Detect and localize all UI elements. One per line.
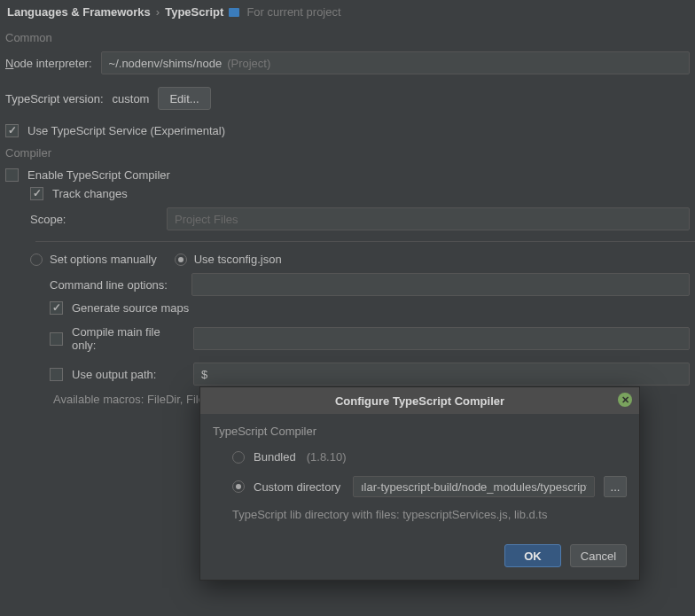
bundled-label: Bundled [254, 450, 296, 464]
options-tsconfig-label: Use tsconfig.json [194, 253, 282, 266]
use-ts-service-label: Use TypeScript Service (Experimental) [27, 124, 225, 137]
use-output-path-label: Use output path: [72, 368, 184, 381]
scope-label: Scope: [30, 213, 158, 226]
ts-version-value: custom [113, 92, 150, 105]
custom-dir-label: Custom directory [254, 480, 344, 494]
browse-button[interactable]: ... [604, 476, 627, 497]
compile-main-only-input[interactable] [193, 327, 690, 350]
options-tsconfig-radio[interactable] [175, 253, 187, 266]
dialog-titlebar[interactable]: Configure TypeScript Compiler ✕ [200, 387, 639, 414]
cmdline-input[interactable] [191, 273, 690, 296]
custom-dir-input[interactable] [353, 476, 595, 497]
edit-version-button[interactable]: Edit... [158, 87, 210, 110]
macros-note: Available macros: FileDir, FileRe [53, 393, 220, 406]
options-manual-radio[interactable] [30, 253, 43, 266]
enable-compiler-label: Enable TypeScript Compiler [27, 168, 170, 182]
cancel-button[interactable]: Cancel [570, 544, 627, 567]
section-compiler: Compiler [0, 141, 695, 163]
generate-sourcemaps-label: Generate source maps [72, 301, 189, 315]
section-common: Common [0, 26, 695, 48]
cmdline-label: Command line options: [50, 278, 183, 292]
scope-input[interactable] [167, 207, 690, 230]
close-icon[interactable]: ✕ [618, 393, 632, 407]
breadcrumb-section[interactable]: Languages & Frameworks [7, 5, 151, 19]
breadcrumb-scope-note: For current project [246, 5, 340, 19]
track-changes-label: Track changes [52, 187, 128, 200]
track-changes-checkbox[interactable] [30, 187, 43, 200]
bundled-version: (1.8.10) [307, 450, 347, 464]
divider [35, 241, 695, 242]
node-interpreter-label: Node interpreter: [5, 57, 92, 70]
bundled-radio[interactable] [232, 451, 245, 464]
enable-compiler-checkbox[interactable] [5, 168, 19, 182]
chevron-right-icon: › [156, 5, 160, 19]
node-interpreter-hint: (Project) [227, 57, 270, 70]
custom-dir-radio[interactable] [232, 480, 245, 493]
compile-main-only-checkbox[interactable] [50, 332, 63, 346]
ts-version-label: TypeScript version: [5, 92, 104, 105]
dialog-title: Configure TypeScript Compiler [335, 394, 504, 408]
node-interpreter-value: ~/.nodenv/shims/node [109, 57, 223, 70]
use-output-path-checkbox[interactable] [50, 368, 63, 381]
lib-directory-note: TypeScript lib directory with files: typ… [213, 501, 627, 521]
use-output-path-input[interactable] [193, 363, 690, 386]
configure-compiler-dialog: Configure TypeScript Compiler ✕ TypeScri… [199, 386, 640, 581]
options-manual-label: Set options manually [50, 253, 157, 266]
generate-sourcemaps-checkbox[interactable] [50, 301, 63, 315]
dialog-group-label: TypeScript Compiler [213, 425, 627, 438]
use-ts-service-checkbox[interactable] [5, 124, 19, 137]
project-icon [229, 8, 239, 17]
compile-main-only-label: Compile main file only: [72, 325, 184, 352]
breadcrumb-page[interactable]: TypeScript [165, 5, 223, 19]
ok-button[interactable]: OK [504, 544, 561, 567]
node-interpreter-field[interactable]: ~/.nodenv/shims/node (Project) [101, 51, 690, 74]
breadcrumb: Languages & Frameworks › TypeScript For … [0, 0, 695, 26]
